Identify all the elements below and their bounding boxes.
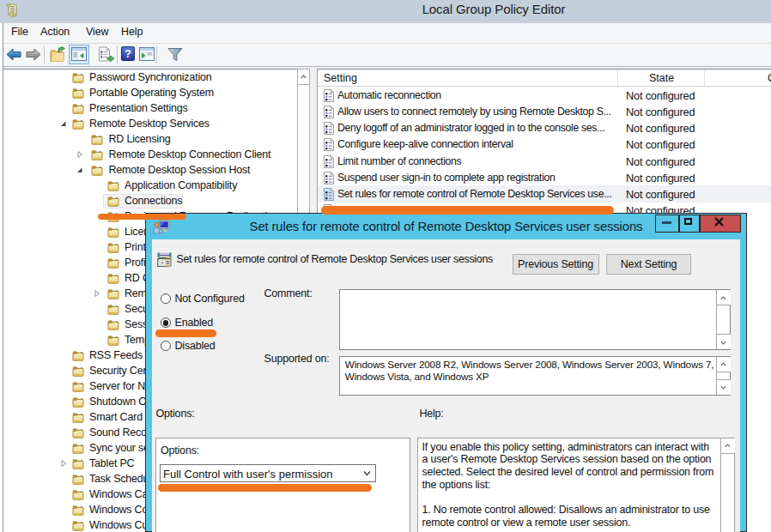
svg-text:?: ? [124,47,131,60]
